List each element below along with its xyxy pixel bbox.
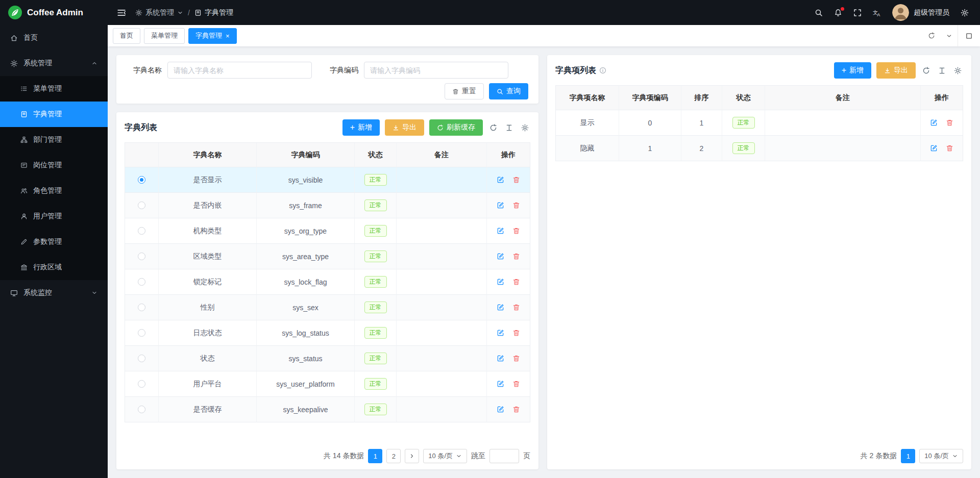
search-button[interactable]: 查询 [489,83,528,99]
delete-icon[interactable] [512,202,520,209]
delete-icon[interactable] [512,355,520,362]
edit-icon[interactable] [497,406,504,413]
add-button[interactable]: + 新增 [834,62,871,79]
row-radio[interactable] [138,278,145,286]
table-row[interactable]: 状态 sys_status 正常 [125,346,530,371]
chevron-down-icon[interactable] [940,33,958,39]
breadcrumb-system-mgmt[interactable]: 系统管理 [135,8,183,17]
row-radio[interactable] [138,176,145,184]
delete-icon[interactable] [512,176,520,184]
row-radio[interactable] [138,380,145,388]
refresh-icon[interactable] [921,67,932,74]
table-row[interactable]: 锁定标记 sys_lock_flag 正常 [125,269,530,295]
collapse-sidebar-icon[interactable] [117,8,126,17]
sidebar-item-dict-mgmt[interactable]: 字典管理 [0,102,108,127]
delete-icon[interactable] [512,304,520,311]
density-icon[interactable] [937,67,947,74]
sidebar-item-role-mgmt[interactable]: 角色管理 [0,178,108,204]
fullscreen-icon[interactable] [853,9,862,17]
bell-icon[interactable] [834,9,842,17]
reset-button[interactable]: 重置 [445,83,484,99]
page-button-2[interactable]: 2 [386,449,401,463]
sidebar-item-system-mgmt[interactable]: 系统管理 [0,51,108,76]
table-row[interactable]: 是否缓存 sys_keepalive 正常 [125,397,530,422]
user-menu[interactable]: 超级管理员 [892,4,949,21]
dict-name-input[interactable] [167,62,312,79]
translate-icon[interactable] [873,9,881,17]
settings-gear-icon[interactable] [961,9,969,17]
page-size-select[interactable]: 10 条/页 [919,449,963,463]
edit-icon[interactable] [497,355,504,362]
table-row[interactable]: 隐藏 1 2 正常 [556,136,963,161]
search-form-card: 字典名称 字典编码 重置 [116,55,538,104]
table-row[interactable]: 是否内嵌 sys_frame 正常 [125,193,530,218]
export-button[interactable]: 导出 [876,62,916,79]
column-settings-icon[interactable] [952,67,963,74]
edit-icon[interactable] [497,304,504,311]
edit-icon[interactable] [497,227,504,235]
edit-icon[interactable] [497,329,504,337]
maximize-icon[interactable] [958,25,980,46]
row-radio[interactable] [138,304,145,311]
table-row[interactable]: 用户平台 sys_user_platform 正常 [125,371,530,397]
delete-icon[interactable] [512,329,520,337]
delete-icon[interactable] [512,406,520,413]
edit-icon[interactable] [497,253,504,260]
sidebar-item-param-mgmt[interactable]: 参数管理 [0,229,108,255]
table-row[interactable]: 性别 sys_sex 正常 [125,295,530,320]
dict-items-table: 字典项名称 字典项编码 排序 状态 备注 操作 显示 0 1 正常 [555,85,963,161]
sidebar-item-home[interactable]: 首页 [0,25,108,51]
export-button[interactable]: 导出 [385,119,424,136]
close-icon[interactable]: × [226,33,230,39]
info-icon[interactable] [599,67,606,74]
delete-icon[interactable] [512,380,520,388]
edit-icon[interactable] [497,202,504,209]
edit-icon[interactable] [930,144,938,152]
delete-icon[interactable] [946,144,953,152]
table-row[interactable]: 区域类型 sys_area_type 正常 [125,244,530,269]
sidebar-item-region[interactable]: 行政区域 [0,255,108,280]
delete-icon[interactable] [946,119,953,127]
row-radio[interactable] [138,227,145,235]
tab-dict-mgmt[interactable]: 字典管理 × [188,28,237,44]
sidebar-item-dept-mgmt[interactable]: 部门管理 [0,127,108,153]
column-settings-icon[interactable] [520,124,530,132]
refresh-cache-button[interactable]: 刷新缓存 [429,119,483,136]
sidebar-item-user-mgmt[interactable]: 用户管理 [0,204,108,229]
table-row[interactable]: 机构类型 sys_org_type 正常 [125,218,530,244]
refresh-icon[interactable] [923,32,940,39]
sidebar-item-system-monitor[interactable]: 系统监控 [0,280,108,306]
row-radio[interactable] [138,355,145,362]
edit-icon[interactable] [497,278,504,286]
jump-page-input[interactable] [489,449,519,463]
search-icon[interactable] [815,9,823,17]
table-row[interactable]: 显示 0 1 正常 [556,110,963,136]
page-button-1[interactable]: 1 [901,449,915,463]
sidebar-item-menu-mgmt[interactable]: 菜单管理 [0,76,108,102]
refresh-icon[interactable] [488,124,499,132]
dict-code-input[interactable] [364,62,508,79]
density-icon[interactable] [504,124,514,132]
edit-icon[interactable] [930,119,938,127]
page-button-1[interactable]: 1 [368,449,382,463]
edit-icon[interactable] [497,176,504,184]
sidebar-item-post-mgmt[interactable]: 岗位管理 [0,153,108,178]
table-row[interactable]: 是否显示 sys_visible 正常 [125,167,530,193]
table-row[interactable]: 日志状态 sys_log_status 正常 [125,320,530,346]
row-radio[interactable] [138,329,145,337]
page-size-select[interactable]: 10 条/页 [423,449,467,463]
tab-home[interactable]: 首页 [113,28,140,44]
tab-menu-mgmt[interactable]: 菜单管理 [144,28,185,44]
delete-icon[interactable] [512,227,520,235]
sidebar-item-label: 岗位管理 [33,161,62,170]
dict-list-pagination: 共 14 条数据 1 2 10 条/页 跳至 页 [125,443,530,463]
row-radio[interactable] [138,202,145,209]
edit-icon[interactable] [497,380,504,388]
row-radio[interactable] [138,253,145,260]
next-page-button[interactable] [405,449,419,463]
delete-icon[interactable] [512,278,520,286]
add-button[interactable]: + 新增 [342,119,380,136]
row-radio[interactable] [138,406,145,413]
delete-icon[interactable] [512,253,520,260]
breadcrumb-dict-mgmt[interactable]: 字典管理 [194,8,233,17]
